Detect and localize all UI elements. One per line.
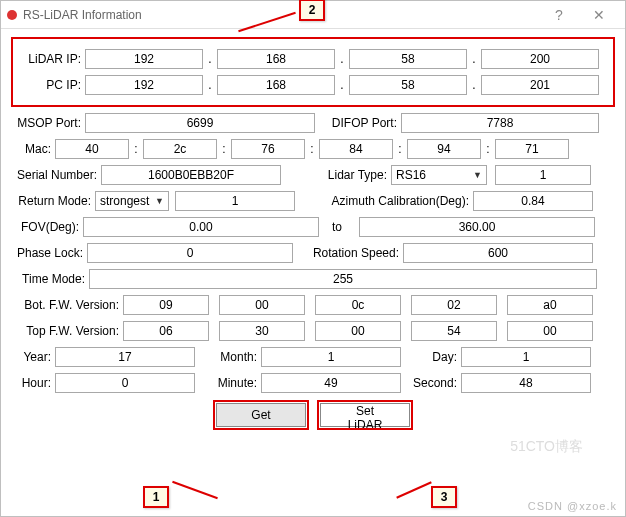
watermark-logo: 51CTO博客 [510,438,583,456]
hour-input[interactable] [55,373,195,393]
dot: . [467,52,481,66]
time-mode-row: Time Mode: [11,269,615,289]
lidar-ip-label: LiDAR IP: [17,52,85,66]
month-input[interactable] [261,347,401,367]
fov-label: FOV(Deg): [11,220,83,234]
colon: : [129,142,143,156]
mac-4[interactable] [407,139,481,159]
top-fw-3[interactable] [411,321,497,341]
lidar-ip-3[interactable] [481,49,599,69]
lidar-ip-2[interactable] [349,49,467,69]
second-label: Second: [401,376,461,390]
watermark-text: CSDN @xzoe.k [528,500,617,512]
dot: . [203,78,217,92]
difop-port[interactable] [401,113,599,133]
bot-fw-label: Bot. F.W. Version: [11,298,123,312]
minute-label: Minute: [195,376,261,390]
button-row: Get Set LiDAR [11,403,615,427]
rotation-input[interactable] [403,243,593,263]
callout-1-arrow [172,481,218,499]
azimuth-input[interactable] [473,191,593,211]
time-mode-label: Time Mode: [11,272,89,286]
bot-fw-row: Bot. F.W. Version: [11,295,615,315]
colon: : [393,142,407,156]
mac-0[interactable] [55,139,129,159]
day-label: Day: [401,350,461,364]
top-fw-2[interactable] [315,321,401,341]
dot: . [335,78,349,92]
mac-5[interactable] [495,139,569,159]
ports-row: MSOP Port: DIFOP Port: [11,113,615,133]
pc-ip-2[interactable] [349,75,467,95]
close-button[interactable]: ✕ [579,7,619,23]
bot-fw-4[interactable] [507,295,593,315]
bot-fw-2[interactable] [315,295,401,315]
bot-fw-0[interactable] [123,295,209,315]
chevron-down-icon: ▼ [473,170,482,180]
top-fw-1[interactable] [219,321,305,341]
hour-label: Hour: [11,376,55,390]
return-azimuth-row: Return Mode: strongest ▼ Azimuth Calibra… [11,191,615,211]
set-lidar-button[interactable]: Set LiDAR [320,403,410,427]
colon: : [481,142,495,156]
lidar-ip-1[interactable] [217,49,335,69]
lidar-type-value: RS16 [396,168,426,182]
phase-input[interactable] [87,243,293,263]
date-row-1: Year: Month: Day: [11,347,615,367]
dot: . [467,78,481,92]
dot: . [335,52,349,66]
callout-3: 3 [431,486,457,508]
return-mode-select[interactable]: strongest ▼ [95,191,169,211]
azimuth-label: Azimuth Calibration(Deg): [295,194,473,208]
return-mode-value: strongest [100,194,149,208]
lidar-type-select[interactable]: RS16 ▼ [391,165,487,185]
mac-row: Mac: : : : : : [11,139,615,159]
bot-fw-3[interactable] [411,295,497,315]
phase-label: Phase Lock: [11,246,87,260]
second-input[interactable] [461,373,591,393]
mac-3[interactable] [319,139,393,159]
return-mode-label: Return Mode: [11,194,95,208]
phase-rotation-row: Phase Lock: Rotation Speed: [11,243,615,263]
minute-input[interactable] [261,373,401,393]
day-input[interactable] [461,347,591,367]
pc-ip-0[interactable] [85,75,203,95]
callout-3-arrow [396,481,432,498]
msop-port[interactable] [85,113,315,133]
pc-ip-3[interactable] [481,75,599,95]
bot-fw-1[interactable] [219,295,305,315]
mac-1[interactable] [143,139,217,159]
top-fw-row: Top F.W. Version: [11,321,615,341]
get-button[interactable]: Get [216,403,306,427]
serial-input[interactable] [101,165,281,185]
month-label: Month: [195,350,261,364]
top-fw-0[interactable] [123,321,209,341]
time-mode-input[interactable] [89,269,597,289]
fov-row: FOV(Deg): to [11,217,615,237]
date-row-2: Hour: Minute: Second: [11,373,615,393]
help-button[interactable]: ? [539,7,579,23]
msop-label: MSOP Port: [11,116,85,130]
callout-1: 1 [143,486,169,508]
return-mode-num[interactable] [175,191,295,211]
pc-ip-row: PC IP: . . . [17,75,609,95]
year-input[interactable] [55,347,195,367]
top-fw-4[interactable] [507,321,593,341]
serial-label: Serial Number: [11,168,101,182]
mac-2[interactable] [231,139,305,159]
dot: . [203,52,217,66]
serial-row: Serial Number: Lidar Type: RS16 ▼ [11,165,615,185]
lidar-ip-0[interactable] [85,49,203,69]
app-icon [7,10,17,20]
colon: : [305,142,319,156]
lidar-type-label: Lidar Type: [281,168,391,182]
fov-from[interactable] [83,217,319,237]
content-area: LiDAR IP: . . . PC IP: . . . MSOP [1,29,625,443]
lidar-type-num[interactable] [495,165,591,185]
colon: : [217,142,231,156]
fov-to[interactable] [359,217,595,237]
year-label: Year: [11,350,55,364]
pc-ip-1[interactable] [217,75,335,95]
fov-to-label: to [319,220,359,234]
dialog-window: 2 RS-LiDAR Information ? ✕ LiDAR IP: . .… [0,0,626,517]
